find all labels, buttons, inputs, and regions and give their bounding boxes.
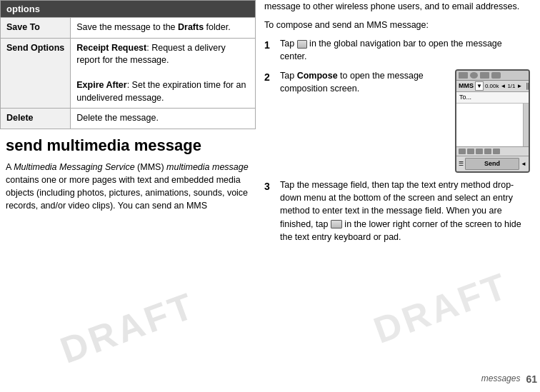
phone-send-button: Send (465, 158, 519, 170)
phone-nav-right: ► (517, 82, 523, 91)
draft-watermark-left: DRAFT (55, 283, 201, 371)
option-label-send: Send Options (1, 38, 71, 109)
phone-bottom-icon-1 (459, 149, 466, 154)
step-2-number: 2 (264, 69, 280, 84)
keyboard-hide-icon (331, 220, 342, 228)
phone-mms-row: MMS ▼ 0.00k ◄ 1/1 ► ║ (456, 81, 529, 93)
send-multimedia-section: send multimedia message A Multimedia Mes… (0, 129, 256, 218)
nav-icon (297, 40, 307, 49)
phone-counter: 1/1 (507, 82, 515, 91)
step-1: 1 Tap in the global navigation bar to op… (264, 37, 530, 63)
phone-bottom-icon-2 (467, 149, 474, 154)
phone-bottom-icon-5 (493, 149, 500, 154)
table-row: Save To Save the message to the Drafts f… (1, 18, 256, 39)
phone-nav-left: ◄ (501, 82, 506, 91)
option-content-send: Receipt Request: Request a delivery repo… (71, 38, 256, 109)
steps-intro: To compose and send an MMS message: (264, 19, 530, 31)
phone-mms-dropdown: ▼ (475, 81, 484, 91)
phone-size: 0.00k (485, 82, 499, 91)
step-1-number: 1 (264, 37, 280, 52)
step-3-content: Tap the message field, then tap the text… (280, 179, 530, 243)
phone-mms-label: MMS (459, 81, 474, 91)
phone-bottom-bar (456, 146, 529, 156)
phone-scroll: ║ (525, 82, 529, 91)
table-row: Send Options Receipt Request: Request a … (1, 38, 256, 109)
mms-intro-text: A Multimedia Messaging Service (MMS) mul… (6, 161, 250, 213)
options-table: options Save To Save the message to the … (0, 0, 256, 129)
phone-toolbar-icon-2 (470, 72, 478, 79)
phone-toolbar-icon-4 (491, 72, 501, 79)
step-1-content: Tap in the global navigation bar to open… (280, 37, 530, 63)
option-label-delete: Delete (1, 109, 71, 129)
phone-toolbar (456, 71, 529, 81)
step-2-text: Tap Compose to open the message composit… (280, 69, 455, 95)
left-column: options Save To Save the message to the … (0, 0, 256, 392)
phone-toolbar-icon-1 (459, 72, 468, 79)
section-title: send multimedia message (6, 136, 250, 155)
option-content-save: Save the message to the Drafts folder. (71, 18, 256, 39)
phone-body (456, 104, 529, 146)
page-number: 61 (526, 372, 537, 386)
phone-menu-icon: ☰ (459, 160, 464, 169)
phone-to-label: To... (459, 94, 471, 101)
draft-watermark-right: DRAFT (366, 258, 516, 357)
phone-bottom-icon-4 (484, 149, 491, 154)
step-3: 3 Tap the message field, then tap the te… (264, 179, 530, 243)
step-2-content: Tap Compose to open the message composit… (280, 69, 530, 174)
phone-back-icon: ◄ (521, 160, 526, 169)
option-label-save: Save To (1, 18, 71, 39)
phone-bottom-icon-3 (476, 149, 483, 154)
options-header: options (1, 1, 256, 18)
intro-continued: message to other wireless phone users, a… (264, 0, 530, 13)
right-column: message to other wireless phone users, a… (256, 0, 540, 392)
page-footer: messages 61 (481, 372, 540, 386)
option-content-delete: Delete the message. (71, 109, 256, 129)
phone-to-row: To... (456, 92, 529, 104)
phone-mockup: MMS ▼ 0.00k ◄ 1/1 ► ║ To... (455, 69, 530, 174)
table-row: Delete Delete the message. (1, 109, 256, 129)
step-2: 2 Tap Compose to open the message compos… (264, 69, 530, 174)
phone-toolbar-icon-3 (480, 72, 489, 79)
footer-label: messages (481, 373, 521, 385)
step-3-number: 3 (264, 179, 280, 194)
